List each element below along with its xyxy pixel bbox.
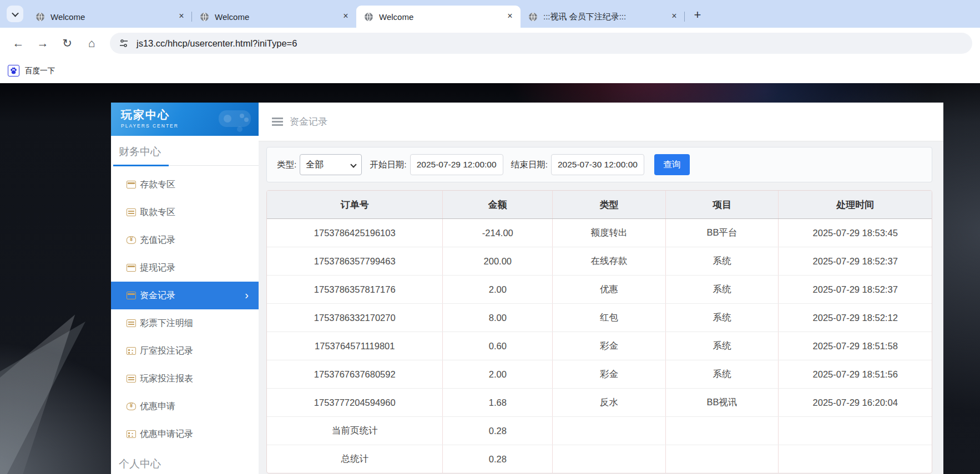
reload-button[interactable]: ↻	[57, 33, 78, 54]
menu-item-icon	[127, 181, 136, 188]
new-tab-button[interactable]: +	[689, 7, 706, 23]
globe-icon	[200, 12, 209, 22]
table-header-cell: 类型	[553, 191, 666, 218]
cell-process-time: 2025-07-29 18:52:37	[779, 276, 932, 303]
address-bar[interactable]: js13.cc/hhcp/usercenter.html?iniType=6	[110, 33, 972, 54]
menu-item-label: 优惠申请	[140, 401, 175, 412]
table-header-cell: 订单号	[267, 191, 443, 218]
cell-order-no: 1753777204594960	[267, 389, 443, 416]
menu-item-icon	[127, 264, 136, 272]
page-viewport: 玩家中心 PLAYERS CENTER 财务中心 存款专区 ›	[0, 83, 980, 474]
tab-title: :::视讯 会员下注纪录:::	[543, 12, 669, 22]
content-header: 资金记录	[259, 103, 943, 141]
cell-process-time: 2025-07-29 18:51:58	[779, 332, 932, 360]
sidebar-menu-item[interactable]: 优惠申请记录 ›	[111, 420, 259, 448]
globe-icon	[36, 12, 45, 22]
browser-tab[interactable]: Welcome ×	[192, 6, 356, 28]
summary-empty-cell	[553, 417, 666, 445]
content-body: 类型: 全部 开始日期: 2025-07-29 12:00:00 结束日期: 2…	[259, 141, 943, 474]
cell-amount: 2.00	[443, 360, 553, 388]
summary-amount: 0.28	[443, 417, 553, 445]
start-date-input[interactable]: 2025-07-29 12:00:00	[410, 154, 503, 175]
tabs-container: Welcome × Welcome × Welcome ×	[28, 0, 685, 28]
menu-toggle-icon[interactable]	[272, 121, 283, 123]
cell-amount: 2.00	[443, 276, 553, 303]
summary-empty-cell	[666, 417, 779, 445]
sidebar-menu-item[interactable]: 提现记录 ›	[111, 254, 259, 282]
summary-amount: 0.28	[443, 445, 553, 473]
sidebar-menu-item[interactable]: 厅室投注记录 ›	[111, 337, 259, 365]
start-date-label: 开始日期:	[370, 159, 406, 171]
tab-search-button[interactable]	[7, 6, 23, 22]
cell-type: 优惠	[553, 276, 666, 303]
cell-process-time: 2025-07-29 18:51:56	[779, 360, 932, 388]
sidebar-menu-item[interactable]: 取款专区 ›	[111, 198, 259, 226]
menu-item-icon	[127, 319, 136, 327]
table-header-row: 订单号 金额 类型 项目 处理时间	[267, 191, 932, 219]
summary-empty-cell	[779, 445, 932, 473]
tab-close-icon[interactable]: ×	[341, 12, 351, 22]
section-title-finance: 财务中心	[111, 136, 259, 165]
background-triangle	[0, 322, 122, 474]
summary-empty-cell	[666, 445, 779, 473]
summary-row: 总统计 0.28	[267, 445, 932, 473]
sidebar-menu-item[interactable]: 玩家投注报表 ›	[111, 365, 259, 393]
cell-order-no: 1753786357799463	[267, 247, 443, 275]
browser-tab[interactable]: Welcome ×	[356, 6, 521, 28]
end-date-label: 结束日期:	[511, 159, 548, 171]
cell-type: 彩金	[553, 360, 666, 388]
chevron-down-icon	[12, 9, 19, 17]
sidebar-menu: 存款专区 › 取款专区 › 充值记录 ›	[111, 171, 259, 448]
cell-amount: 8.00	[443, 304, 553, 332]
main-content: 资金记录 类型: 全部 开始日期: 2025-07-29 12:00:00 结束…	[259, 103, 943, 474]
sidebar-menu-item[interactable]: 存款专区 ›	[111, 171, 259, 198]
cell-amount: 200.00	[443, 247, 553, 275]
menu-item-label: 优惠申请记录	[140, 429, 193, 440]
tab-close-icon[interactable]: ×	[176, 12, 186, 22]
table-row: 1753786357799463 200.00 在线存款 系统 2025-07-…	[267, 247, 932, 276]
menu-item-icon	[127, 375, 136, 383]
cell-order-no: 1753764571119801	[267, 332, 443, 360]
sidebar-menu-item[interactable]: 充值记录 ›	[111, 226, 259, 254]
cell-type: 额度转出	[553, 219, 666, 247]
sidebar: 玩家中心 PLAYERS CENTER 财务中心 存款专区 ›	[111, 103, 259, 474]
type-select[interactable]: 全部	[300, 154, 362, 175]
table-row: 1753767637680592 2.00 彩金 系统 2025-07-29 1…	[267, 360, 932, 389]
summary-label: 当前页统计	[267, 417, 443, 445]
sidebar-menu-item[interactable]: 彩票下注明细 ›	[111, 309, 259, 337]
menu-item-label: 取款专区	[140, 207, 175, 218]
table-header-cell: 项目	[666, 191, 779, 218]
table-header-cell: 处理时间	[779, 191, 932, 218]
browser-tab[interactable]: :::视讯 会员下注纪录::: ×	[521, 6, 685, 28]
query-button[interactable]: 查询	[654, 154, 690, 175]
menu-item-label: 资金记录	[140, 290, 175, 302]
table-row: 1753786332170270 8.00 红包 系统 2025-07-29 1…	[267, 304, 932, 332]
tab-close-icon[interactable]: ×	[669, 12, 679, 22]
type-label: 类型:	[277, 159, 296, 171]
cell-project: 系统	[666, 247, 779, 275]
back-button[interactable]: ←	[8, 33, 29, 54]
sidebar-menu-item[interactable]: 优惠申请 ›	[111, 393, 259, 420]
cell-type: 在线存款	[553, 247, 666, 275]
cell-amount: -214.00	[443, 219, 553, 247]
site-settings-icon[interactable]	[119, 38, 129, 48]
forward-button[interactable]: →	[32, 33, 53, 54]
url-text: js13.cc/hhcp/usercenter.html?iniType=6	[137, 38, 297, 49]
browser-tab[interactable]: Welcome ×	[28, 6, 192, 28]
end-date-input[interactable]: 2025-07-30 12:00:00	[551, 154, 644, 175]
sidebar-menu-item[interactable]: 资金记录 ›	[111, 282, 259, 309]
home-button[interactable]: ⌂	[81, 33, 102, 54]
cell-type: 红包	[553, 304, 666, 332]
tab-title: Welcome	[379, 12, 505, 22]
cell-project: BB视讯	[666, 389, 779, 416]
cell-process-time: 2025-07-29 18:53:45	[779, 219, 932, 247]
cell-process-time: 2025-07-29 18:52:37	[779, 247, 932, 275]
menu-item-icon	[127, 292, 136, 299]
browser-window: Welcome × Welcome × Welcome ×	[0, 0, 980, 474]
tab-close-icon[interactable]: ×	[505, 12, 515, 22]
bookmark-baidu[interactable]: 百度一下	[8, 65, 55, 77]
page-title: 资金记录	[290, 115, 327, 128]
section-divider	[111, 165, 259, 166]
players-center-banner: 玩家中心 PLAYERS CENTER	[111, 103, 259, 136]
tab-title: Welcome	[50, 12, 176, 22]
